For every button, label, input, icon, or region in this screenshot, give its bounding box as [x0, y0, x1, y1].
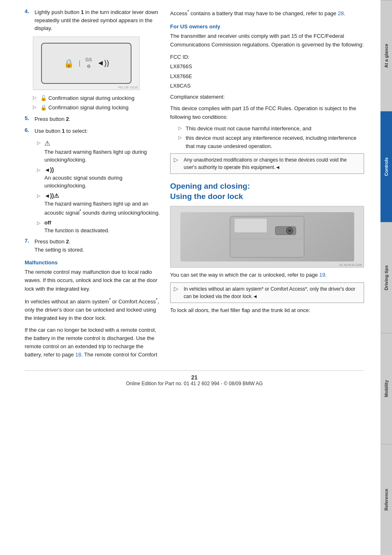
opening-closing-heading: Opening and closing:Using the door lock — [170, 181, 364, 201]
sub-item-4-content: off The function is deactivated. — [44, 220, 109, 235]
bullet-unlock: ▷ 🔓 Confirmation signal during unlocking — [33, 94, 160, 102]
cluster-icon-left: 🔒 — [64, 58, 74, 68]
fcc-id-label: FCC ID: — [170, 54, 189, 60]
bullet-unlock-text: 🔓 Confirmation signal during unlocking — [40, 94, 134, 102]
malfunction-para-3: If the car can no longer be locked with … — [25, 326, 160, 359]
tab-controls[interactable]: Controls — [380, 111, 392, 222]
link-page-19[interactable]: 19 — [319, 272, 325, 278]
door-lock-note-text: In vehicles without an alarm system* or … — [184, 285, 360, 300]
access-note: Access* contains a battery that may have… — [170, 8, 364, 18]
two-column-layout: 4. Lightly push button 1 in the turn ind… — [25, 8, 364, 362]
tri-icon-lock: ▷ — [33, 104, 37, 110]
step-6: 6. Use button 1 to select: — [25, 127, 160, 135]
door-watermark: SC.40.45.E1.GS5 — [339, 264, 362, 266]
fcc-id-block: FCC ID: LX8766S LX8766E LX8CAS — [170, 52, 364, 91]
tri-sub-4: ▷ — [37, 220, 41, 226]
tab-mobility[interactable]: Mobility — [380, 333, 392, 444]
tri-cond-2: ▷ — [178, 135, 182, 140]
footer-text: Online Edition for Part no. 01 41 2 602 … — [126, 381, 263, 386]
svg-point-3 — [288, 229, 291, 232]
note-tri-icon: ▷ — [174, 156, 180, 163]
cluster-watermark: P82 15F 19126 — [118, 86, 138, 89]
sub-item-1-content: ⚠ The hazard warning flashers light up d… — [44, 139, 160, 164]
compliance-text: This device complies with part 15 of the… — [170, 104, 364, 121]
svg-rect-5 — [234, 218, 267, 233]
for-us-owners-para: The transmitter and receiver units compl… — [170, 32, 364, 49]
condition-2: ▷ this device must accept any interferen… — [178, 134, 364, 150]
door-lock-image: SC.40.45.E1.GS5 — [170, 206, 364, 268]
right-column: Access* contains a battery that may have… — [170, 8, 364, 362]
cluster-inner: 🔒 | GS ⚙ ◄)) — [41, 43, 131, 84]
sub-item-3-text: The hazard warning flashers light up and… — [44, 200, 160, 217]
fcc-id-3: LX8CAS — [170, 83, 191, 89]
link-page-28[interactable]: 28 — [338, 10, 344, 16]
bullet-lock: ▷ 🔒 Confirmation signal during locking — [33, 104, 160, 112]
side-tabs: At a glance Controls Driving tips Mobili… — [380, 0, 392, 555]
step-4: 4. Lightly push button 1 in the turn ind… — [25, 8, 160, 32]
door-lock-note-box: ▷ In vehicles without an alarm system* o… — [170, 282, 364, 303]
tri-icon-unlock: ▷ — [33, 95, 37, 100]
tab-at-a-glance[interactable]: At a glance — [380, 0, 392, 111]
malfunction-para-2: In vehicles without an alarm system* or … — [25, 296, 160, 323]
sub-items: ▷ ⚠ The hazard warning flashers light up… — [37, 139, 160, 235]
tri-sub-1: ▷ — [37, 140, 41, 146]
page-number: 21 — [191, 374, 198, 381]
bullet-lock-text: 🔒 Confirmation signal during locking — [40, 104, 129, 112]
step-6-text: Use button 1 to select: — [35, 127, 160, 135]
sub-item-acoustic: ▷ ◄)) An acoustic signal sounds during u… — [37, 166, 160, 190]
sub-item-3-content: ◄))⚠ The hazard warning flashers light u… — [44, 192, 160, 217]
door-note-tri-icon: ▷ — [174, 285, 180, 292]
door-lock-svg — [226, 214, 308, 259]
fcc-note-text: Any unauthorized modifications or change… — [184, 156, 360, 171]
malfunction-para-1: The remote control may malfunction due t… — [25, 268, 160, 293]
door-lock-para-1: You can set the way in which the car is … — [170, 271, 364, 279]
sub-item-hazard: ▷ ⚠ The hazard warning flashers light up… — [37, 139, 160, 164]
sub-item-2-content: ◄)) An acoustic signal sounds during unl… — [44, 166, 160, 190]
step-4-number: 4. — [25, 8, 33, 14]
step-6-number: 6. — [25, 127, 33, 133]
for-us-owners-heading: For US owners only — [170, 23, 364, 30]
door-lock-para-2: To lock all doors, the fuel filler flap … — [170, 306, 364, 314]
fcc-note-box: ▷ Any unauthorized modifications or chan… — [170, 153, 364, 174]
malfunctions-heading: Malfunctions — [25, 259, 160, 266]
sub-item-4-text: The function is deactivated. — [44, 227, 109, 235]
step-7-text: Press button 2. The setting is stored. — [35, 238, 160, 254]
step-5-text: Press button 2. — [35, 115, 160, 123]
step-7-number: 7. — [25, 238, 33, 244]
condition-1-text: This device must not cause harmful inter… — [186, 125, 311, 133]
malfunctions-section: Malfunctions The remote control may malf… — [25, 259, 160, 359]
tri-cond-1: ▷ — [178, 125, 182, 131]
left-column: 4. Lightly push button 1 in the turn ind… — [25, 8, 160, 362]
step-4-text: Lightly push button 1 in the turn indica… — [35, 8, 160, 32]
compliance-label: Compliance statement: — [170, 93, 364, 101]
page-footer: 21 Online Edition for Part no. 01 41 2 6… — [25, 370, 364, 386]
step-7: 7. Press button 2. The setting is stored… — [25, 238, 160, 254]
tri-sub-3: ▷ — [37, 193, 41, 199]
condition-2-text: this device must accept any interference… — [186, 134, 364, 150]
door-img-inner — [180, 212, 354, 261]
cluster-icons: 🔒 | GS ⚙ ◄)) — [64, 57, 109, 69]
sub-item-2-text: An acoustic signal sounds during unlocki… — [44, 174, 160, 190]
fcc-id-2: LX8766E — [170, 73, 192, 79]
cluster-icon-right: ◄)) — [97, 59, 109, 67]
tab-driving-tips[interactable]: Driving tips — [380, 222, 392, 333]
sub-item-off: ▷ off The function is deactivated. — [37, 220, 160, 235]
link-page-18[interactable]: 18 — [75, 352, 81, 358]
sub-item-1-text: The hazard warning flashers light up dur… — [44, 148, 160, 164]
cluster-icon-divider: | — [79, 60, 81, 67]
step-5: 5. Press button 2. — [25, 115, 160, 123]
condition-1: ▷ This device must not cause harmful int… — [178, 125, 364, 133]
tab-reference[interactable]: Reference — [380, 444, 392, 555]
main-content: 4. Lightly push button 1 in the turn ind… — [0, 0, 380, 395]
cluster-center: GS ⚙ — [85, 57, 92, 69]
cluster-image: 🔒 | GS ⚙ ◄)) P82 15F 19126 — [33, 37, 140, 90]
sub-item-both: ▷ ◄))⚠ The hazard warning flashers light… — [37, 192, 160, 217]
step-5-number: 5. — [25, 115, 33, 121]
tri-sub-2: ▷ — [37, 167, 41, 173]
fcc-id-1: LX8766S — [170, 63, 192, 69]
